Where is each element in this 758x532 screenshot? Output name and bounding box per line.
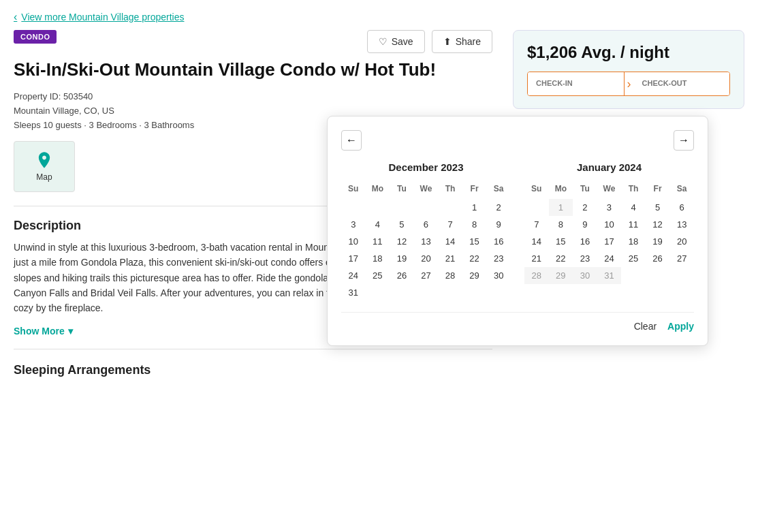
calendar-prev-button[interactable]: ←	[341, 130, 362, 151]
table-row[interactable]: 28	[524, 267, 549, 284]
dec-col-sa: Sa	[486, 181, 511, 199]
table-row[interactable]: 26	[646, 250, 670, 267]
table-row[interactable]: 17	[597, 233, 622, 250]
table-row[interactable]: 17	[341, 250, 366, 267]
table-row[interactable]: 27	[414, 267, 439, 284]
jan-col-th: Th	[621, 181, 646, 199]
table-row[interactable]: 11	[621, 216, 646, 233]
action-buttons: ♡ Save ⬆ Share	[367, 30, 492, 53]
table-row[interactable]: 28	[438, 267, 462, 284]
table-row[interactable]: 29	[462, 267, 487, 284]
share-icon: ⬆	[443, 36, 452, 47]
table-row[interactable]: 20	[669, 233, 694, 250]
table-row[interactable]: 16	[486, 233, 511, 250]
table-row[interactable]: 19	[646, 233, 670, 250]
table-row[interactable]: 7	[524, 216, 549, 233]
table-row[interactable]: 5	[390, 216, 414, 233]
chevron-down-icon: ▾	[68, 326, 73, 337]
table-row[interactable]: 2	[486, 199, 511, 216]
table-row[interactable]: 12	[646, 216, 670, 233]
dec-col-mo: Mo	[366, 181, 390, 199]
table-row[interactable]: 4	[366, 216, 390, 233]
table-row[interactable]: 14	[438, 233, 462, 250]
checkin-field[interactable]: Check-in	[528, 72, 625, 95]
map-pin-icon	[35, 151, 54, 170]
table-row[interactable]: 23	[486, 250, 511, 267]
save-label: Save	[392, 36, 413, 47]
checkout-field[interactable]: Check-out	[634, 72, 730, 95]
save-button[interactable]: ♡ Save	[367, 30, 425, 53]
table-row[interactable]: 13	[669, 216, 694, 233]
calendar-next-button[interactable]: →	[674, 130, 694, 151]
table-row[interactable]: 19	[390, 250, 414, 267]
heart-icon: ♡	[379, 36, 388, 47]
table-row[interactable]: 18	[366, 250, 390, 267]
table-row[interactable]: 13	[414, 233, 439, 250]
map-label: Map	[36, 172, 52, 182]
table-row[interactable]: 29	[549, 267, 573, 284]
share-button[interactable]: ⬆ Share	[432, 30, 492, 53]
table-row[interactable]: 3	[341, 216, 366, 233]
table-row[interactable]: 18	[621, 233, 646, 250]
table-row[interactable]: 15	[549, 233, 573, 250]
table-row[interactable]: 27	[669, 250, 694, 267]
table-row[interactable]: 1	[462, 199, 487, 216]
table-row[interactable]: 4	[621, 199, 646, 216]
calendar-footer: Clear Apply	[341, 312, 694, 332]
table-row[interactable]: 30	[573, 267, 597, 284]
table-row[interactable]: 7	[438, 216, 462, 233]
january-title: January 2024	[524, 161, 694, 173]
calendar-overlay: ← → December 2023 Su Mo Tu We	[327, 116, 708, 346]
table-row	[414, 199, 439, 216]
table-row	[462, 284, 487, 301]
table-row[interactable]: 12	[390, 233, 414, 250]
show-more-button[interactable]: Show More ▾	[14, 326, 73, 337]
share-label: Share	[456, 36, 481, 47]
checkin-label: Check-in	[536, 79, 616, 87]
table-row	[341, 199, 366, 216]
table-row[interactable]: 2	[573, 199, 597, 216]
table-row[interactable]: 16	[573, 233, 597, 250]
table-row[interactable]: 30	[486, 267, 511, 284]
table-row[interactable]: 6	[414, 216, 439, 233]
january-calendar: January 2024 Su Mo Tu We Th Fr Sa	[524, 161, 694, 301]
back-link[interactable]: ‹ View more Mountain Village properties	[0, 0, 758, 30]
table-row[interactable]: 9	[486, 216, 511, 233]
january-grid: Su Mo Tu We Th Fr Sa 1234567891011121314…	[524, 181, 694, 284]
map-thumbnail[interactable]: Map	[14, 141, 75, 192]
table-row[interactable]: 9	[573, 216, 597, 233]
table-row[interactable]: 22	[462, 250, 487, 267]
table-row[interactable]: 22	[549, 250, 573, 267]
table-row[interactable]: 21	[438, 250, 462, 267]
table-row[interactable]: 6	[669, 199, 694, 216]
table-row	[390, 199, 414, 216]
table-row[interactable]: 31	[597, 267, 622, 284]
december-calendar: December 2023 Su Mo Tu We Th Fr Sa	[341, 161, 511, 301]
table-row[interactable]: 10	[597, 216, 622, 233]
table-row[interactable]: 15	[462, 233, 487, 250]
table-row[interactable]: 3	[597, 199, 622, 216]
table-row[interactable]: 31	[341, 284, 366, 301]
table-row[interactable]: 8	[549, 216, 573, 233]
dec-col-we: We	[414, 181, 439, 199]
jan-col-fr: Fr	[646, 181, 670, 199]
dec-col-su: Su	[341, 181, 366, 199]
table-row[interactable]: 8	[462, 216, 487, 233]
table-row[interactable]: 10	[341, 233, 366, 250]
table-row[interactable]: 11	[366, 233, 390, 250]
table-row[interactable]: 5	[646, 199, 670, 216]
price-display: $1,206 Avg. / night	[527, 43, 730, 62]
table-row[interactable]: 14	[524, 233, 549, 250]
calendar-apply-button[interactable]: Apply	[667, 321, 694, 332]
table-row[interactable]: 23	[573, 250, 597, 267]
table-row[interactable]: 25	[621, 250, 646, 267]
table-row[interactable]: 25	[366, 267, 390, 284]
calendar-clear-button[interactable]: Clear	[634, 321, 657, 332]
table-row[interactable]: 26	[390, 267, 414, 284]
table-row[interactable]: 21	[524, 250, 549, 267]
table-row[interactable]: 24	[341, 267, 366, 284]
table-row[interactable]: 24	[597, 250, 622, 267]
property-badge: CONDO	[14, 30, 57, 44]
table-row[interactable]: 20	[414, 250, 439, 267]
table-row[interactable]: 1	[549, 199, 573, 216]
